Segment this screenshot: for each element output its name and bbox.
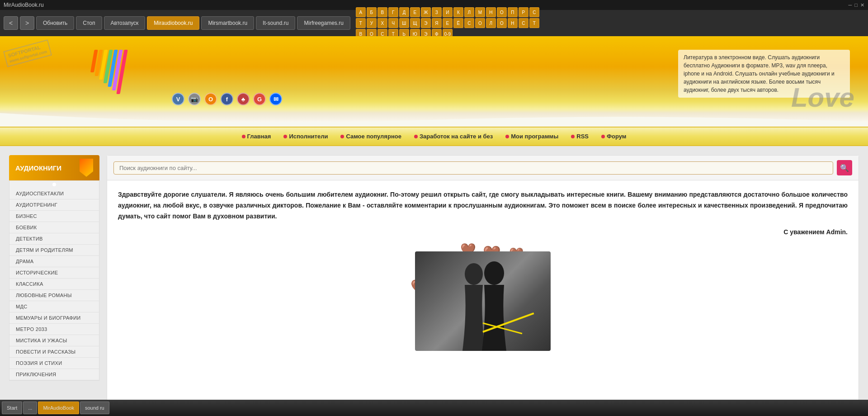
- nav-menu: ГлавнаяИсполнителиСамое популярноеЗарабо…: [0, 127, 868, 146]
- social-icon-livejournal[interactable]: ♣: [237, 93, 250, 105]
- alpha-btn-Р[interactable]: Р: [519, 7, 528, 17]
- alpha-btn-Л[interactable]: Л: [486, 18, 496, 28]
- alpha-btn-Г[interactable]: Г: [388, 7, 398, 17]
- welcome-body: Здравствуйте дорогие слушатели. Я являюс…: [118, 189, 848, 222]
- sidebar-item-14[interactable]: ПОВЕСТИ И РАССКАЗЫ: [9, 346, 99, 358]
- alpha-btn-Т[interactable]: Т: [529, 18, 539, 28]
- sidebar-item-12[interactable]: МЕТРО 2033: [9, 324, 99, 335]
- refresh-button[interactable]: Обновить: [36, 16, 74, 30]
- alpha-btn-Я[interactable]: Я: [432, 18, 442, 28]
- content-area: 🔍 Здравствуйте дорогие слушатели. Я явля…: [107, 155, 859, 416]
- sidebar-item-10[interactable]: МДС: [9, 301, 99, 312]
- minimize-btn[interactable]: ─: [849, 2, 852, 8]
- alpha-btn-М[interactable]: М: [475, 7, 485, 17]
- stop-button[interactable]: Стоп: [76, 16, 102, 30]
- alpha-btn-Т[interactable]: Т: [356, 18, 366, 28]
- sidebar-item-0[interactable]: АУДИОСПЕКТАКЛИ: [9, 188, 99, 199]
- alpha-btn-Д[interactable]: Д: [399, 7, 409, 17]
- alpha-btn-Н[interactable]: Н: [508, 18, 518, 28]
- tab-mirfreegames[interactable]: Mirfreegames.ru: [297, 16, 350, 30]
- alpha-btn-О[interactable]: О: [497, 18, 507, 28]
- search-bar-row: 🔍: [107, 156, 859, 180]
- alpha-btn-Э[interactable]: Э: [421, 18, 431, 28]
- browser-toolbar: < > Обновить Стоп Автозапуск Miraudioboo…: [0, 10, 868, 36]
- alpha-btn-С[interactable]: С: [529, 7, 539, 17]
- alpha-btn-Ш[interactable]: Ш: [399, 18, 409, 28]
- wave-separator: [0, 113, 868, 127]
- nav-dot-4: [505, 135, 509, 138]
- sidebar-item-11[interactable]: МЕМУАРЫ И БИОГРАФИИ: [9, 312, 99, 324]
- alpha-btn-Н[interactable]: Н: [486, 7, 496, 17]
- alpha-btn-Х[interactable]: Х: [377, 18, 387, 28]
- close-btn[interactable]: ✕: [860, 2, 864, 8]
- alpha-btn-Ж[interactable]: Ж: [421, 7, 431, 17]
- sidebar-item-1[interactable]: АУДИОТРЕНИНГ: [9, 199, 99, 211]
- taskbar-btn-2[interactable]: MirAudioBook: [38, 402, 79, 414]
- tab-miraudiobook[interactable]: Miraudiobook.ru: [147, 16, 199, 30]
- maximize-btn[interactable]: □: [854, 2, 858, 8]
- social-icon-google[interactable]: G: [253, 93, 266, 105]
- alpha-btn-Ё[interactable]: Ё: [453, 18, 463, 28]
- sidebar-list: АУДИОСПЕКТАКЛИАУДИОТРЕНИНГБИЗНЕСБОЕВИКДЕ…: [9, 180, 99, 381]
- search-button[interactable]: 🔍: [837, 160, 852, 175]
- nav-item-1[interactable]: Исполнители: [278, 131, 333, 142]
- taskbar-btn-0[interactable]: Start: [2, 402, 22, 414]
- nav-item-0[interactable]: Главная: [236, 131, 277, 142]
- nav-dot-0: [242, 135, 245, 138]
- sidebar-item-13[interactable]: МИСТИКА И УЖАСЫ: [9, 335, 99, 346]
- alpha-btn-Л[interactable]: Л: [464, 7, 474, 17]
- nav-item-label-6: Форум: [607, 133, 626, 140]
- nav-item-3[interactable]: Заработок на сайте и без: [409, 131, 498, 142]
- nav-item-5[interactable]: RSS: [566, 131, 594, 142]
- alpha-btn-Ч[interactable]: Ч: [388, 18, 398, 28]
- sidebar-item-6[interactable]: ДРАМА: [9, 256, 99, 267]
- sidebar-item-3[interactable]: БОЕВИК: [9, 222, 99, 233]
- alpha-btn-П[interactable]: П: [508, 7, 518, 17]
- back-button[interactable]: <: [4, 16, 18, 30]
- nav-item-label-0: Главная: [247, 133, 271, 140]
- sidebar-item-15[interactable]: ПОЭЗИЯ И СТИХИ: [9, 358, 99, 369]
- taskbar-btn-3[interactable]: sound ru: [80, 402, 109, 414]
- sidebar-item-2[interactable]: БИЗНЕС: [9, 211, 99, 222]
- nav-item-4[interactable]: Мои программы: [500, 131, 564, 142]
- window-controls[interactable]: ─ □ ✕: [849, 2, 864, 8]
- sidebar-item-9[interactable]: ЛЮБОВНЫЕ РОМАНЫ: [9, 290, 99, 301]
- alpha-btn-Щ[interactable]: Щ: [410, 18, 420, 28]
- alpha-btn-А[interactable]: А: [356, 7, 366, 17]
- nav-item-label-3: Заработок на сайте и без: [420, 133, 493, 140]
- social-icon-facebook[interactable]: f: [221, 93, 233, 105]
- tab-it-sound[interactable]: It-sound.ru: [256, 16, 295, 30]
- sidebar-item-4[interactable]: ДЕТЕКТИВ: [9, 233, 99, 245]
- alpha-btn-Б[interactable]: Б: [367, 7, 377, 17]
- tab-mirsmartbook[interactable]: Mirsmartbook.ru: [201, 16, 254, 30]
- nav-item-2[interactable]: Самое популярное: [335, 131, 407, 142]
- social-icon-vk[interactable]: V: [172, 93, 184, 105]
- alpha-btn-О[interactable]: О: [475, 18, 485, 28]
- alpha-btn-С[interactable]: С: [464, 18, 474, 28]
- nav-item-label-2: Самое популярное: [346, 133, 401, 140]
- sidebar-item-16[interactable]: ПРИКЛЮЧЕНИЯ: [9, 369, 99, 380]
- sidebar-item-5[interactable]: ДЕТЯМ И РОДИТЕЛЯМ: [9, 245, 99, 256]
- alpha-btn-С[interactable]: С: [519, 18, 528, 28]
- love-decoration: Love: [791, 82, 854, 113]
- sidebar-item-7[interactable]: ИСТОРИЧЕСКИЕ: [9, 267, 99, 279]
- alpha-btn-К[interactable]: К: [453, 7, 463, 17]
- alpha-btn-О[interactable]: О: [497, 7, 507, 17]
- nav-item-6[interactable]: Форум: [596, 131, 632, 142]
- sidebar-item-8[interactable]: КЛАССИКА: [9, 279, 99, 290]
- alpha-btn-У[interactable]: У: [367, 18, 377, 28]
- color-stripes: [86, 50, 127, 94]
- taskbar-btn-1[interactable]: ...: [23, 402, 37, 414]
- site-header: SOFTPORTALwww.softportal.com V📷Оf♣G✉ Лит…: [0, 36, 868, 113]
- forward-button[interactable]: >: [20, 16, 34, 30]
- social-icon-camera[interactable]: 📷: [188, 93, 201, 105]
- social-icon-odnoklassniki[interactable]: О: [204, 93, 217, 105]
- alpha-btn-З[interactable]: З: [432, 7, 442, 17]
- autorun-button[interactable]: Автозапуск: [104, 16, 146, 30]
- alpha-btn-В[interactable]: В: [377, 7, 387, 17]
- alpha-btn-Е[interactable]: Е: [410, 7, 420, 17]
- alpha-btn-Е[interactable]: Е: [443, 18, 453, 28]
- social-icon-mail[interactable]: ✉: [269, 93, 282, 105]
- alpha-btn-И[interactable]: И: [443, 7, 453, 17]
- search-input[interactable]: [113, 161, 833, 175]
